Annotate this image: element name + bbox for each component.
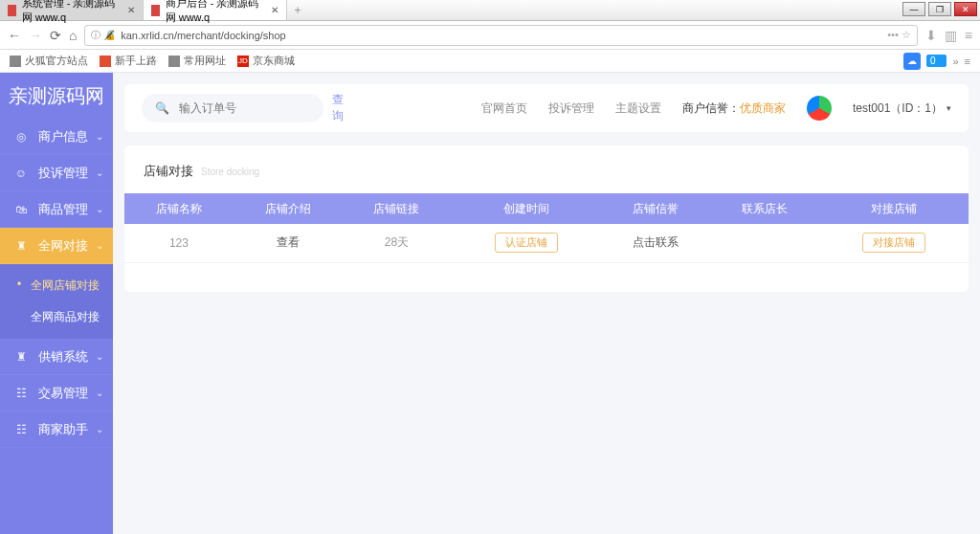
cell-cert-badge[interactable]: 认证店铺 [495, 233, 558, 253]
reload-button[interactable]: ⟳ [50, 28, 61, 43]
main-content: 🔍 查询 官网首页 投诉管理 主题设置 商户信誉：优质商家 test001（ID… [113, 73, 980, 534]
sidebar-sub-product[interactable]: 全网商品对接 [0, 301, 113, 333]
baidu-icon[interactable]: ☁ [903, 53, 921, 70]
close-icon[interactable]: ✕ [127, 5, 135, 15]
sidebar-submenu: 全网店铺对接 全网商品对接 [0, 264, 113, 339]
table-row: 123 查看 28天 认证店铺 点击联系 对接店铺 [124, 224, 969, 262]
cell-intro-link[interactable]: 查看 [277, 235, 300, 249]
user-menu[interactable]: test001（ID：1）▾ [853, 100, 951, 117]
bookmarks-bar: 火狐官方站点 新手上路 常用网址 JD京东商城 ☁ 0 » ≡ [0, 50, 980, 73]
extension-badge[interactable]: 0 [926, 55, 947, 67]
cell-name: 123 [124, 224, 234, 262]
overflow-icon[interactable]: » [952, 56, 958, 67]
forward-button[interactable]: → [29, 28, 42, 43]
new-tab-button[interactable]: ＋ [287, 0, 308, 20]
close-icon[interactable]: ✕ [271, 5, 278, 15]
search-input[interactable] [179, 101, 323, 115]
browser-tab[interactable]: 商户后台 - 亲测源码网 www.q ✕ [144, 0, 287, 20]
url-text: kan.xrlid.cn/merchant/docking/shop [121, 30, 285, 41]
sidebar-sub-shop[interactable]: 全网店铺对接 [0, 270, 113, 301]
back-button[interactable]: ← [8, 28, 21, 43]
col-link: 店铺链接 [343, 193, 452, 224]
topbar-links: 官网首页 投诉管理 主题设置 商户信誉：优质商家 test001（ID：1）▾ [481, 96, 951, 121]
close-window-button[interactable]: ✕ [954, 2, 977, 16]
link-theme[interactable]: 主题设置 [615, 100, 661, 117]
maximize-button[interactable]: ❐ [928, 2, 951, 16]
col-intro: 店铺介绍 [234, 193, 343, 224]
window-controls: — ❐ ✕ [902, 0, 980, 20]
menu-icon[interactable]: ≡ [965, 28, 972, 43]
bookmark-item[interactable]: JD京东商城 [237, 54, 295, 68]
favicon [151, 5, 160, 16]
sidebar-item-product[interactable]: 🛍商品管理⌄ [0, 191, 113, 228]
sidebar: 亲测源码网 ◎商户信息⌄ ☺投诉管理⌄ 🛍商品管理⌄ ♜全网对接⌄ 全网店铺对接… [0, 73, 113, 534]
bookmark-item[interactable]: 新手上路 [100, 54, 157, 68]
home-button[interactable]: ⌂ [69, 28, 77, 43]
address-bar[interactable]: ⓘ 🔏 kan.xrlid.cn/merchant/docking/shop •… [84, 25, 917, 46]
cell-contact-link[interactable]: 点击联系 [633, 235, 679, 249]
card-title: 店铺对接Store docking [124, 163, 969, 193]
docking-card: 店铺对接Store docking 店铺名称 店铺介绍 店铺链接 创建时间 店铺… [124, 145, 969, 292]
bookmark-item[interactable]: 火狐官方站点 [10, 54, 88, 68]
col-dock: 对接店铺 [818, 193, 969, 224]
tab-title: 系统管理 - 亲测源码网 www.q [22, 0, 122, 25]
app-root: 亲测源码网 ◎商户信息⌄ ☺投诉管理⌄ 🛍商品管理⌄ ♜全网对接⌄ 全网店铺对接… [0, 73, 980, 534]
browser-navbar: ← → ⟳ ⌂ ⓘ 🔏 kan.xrlid.cn/merchant/dockin… [0, 21, 980, 50]
minimize-button[interactable]: — [902, 2, 925, 16]
topbar: 🔍 查询 官网首页 投诉管理 主题设置 商户信誉：优质商家 test001（ID… [124, 84, 969, 132]
cell-dock-button[interactable]: 对接店铺 [862, 233, 925, 253]
link-home[interactable]: 官网首页 [481, 100, 527, 117]
credit-label: 商户信誉：优质商家 [682, 100, 786, 117]
search-box: 🔍 查询 [142, 94, 323, 122]
menu-icon[interactable]: ≡ [965, 56, 970, 67]
search-icon: 🔍 [155, 101, 169, 115]
cell-empty [710, 224, 819, 262]
sidebar-item-docking[interactable]: ♜全网对接⌄ [0, 228, 113, 264]
bookmark-item[interactable]: 常用网址 [168, 54, 226, 68]
col-contact: 联系店长 [710, 193, 819, 224]
link-complaint[interactable]: 投诉管理 [548, 100, 594, 117]
sidebar-item-helper[interactable]: ☷商家助手⌄ [0, 412, 113, 448]
lock-icon: ⓘ 🔏 [91, 29, 115, 42]
favicon [8, 5, 16, 16]
col-time: 创建时间 [451, 193, 600, 224]
col-credit: 店铺信誉 [601, 193, 710, 224]
avatar[interactable] [807, 96, 832, 121]
sidebar-item-complaint[interactable]: ☺投诉管理⌄ [0, 155, 113, 191]
sidebar-item-merchant[interactable]: ◎商户信息⌄ [0, 119, 113, 155]
logo: 亲测源码网 [0, 73, 113, 119]
library-icon[interactable]: ▥ [945, 28, 957, 43]
shop-table: 店铺名称 店铺介绍 店铺链接 创建时间 店铺信誉 联系店长 对接店铺 123 查… [124, 193, 969, 263]
cell-link: 28天 [343, 224, 452, 262]
browser-tab[interactable]: 系统管理 - 亲测源码网 www.q ✕ [0, 0, 144, 20]
sidebar-item-trade[interactable]: ☷交易管理⌄ [0, 375, 113, 412]
browser-titlebar: 系统管理 - 亲测源码网 www.q ✕ 商户后台 - 亲测源码网 www.q … [0, 0, 980, 21]
col-name: 店铺名称 [124, 193, 234, 224]
search-button[interactable]: 查询 [332, 92, 344, 124]
sidebar-item-supply[interactable]: ♜供销系统⌄ [0, 339, 113, 375]
tab-title: 商户后台 - 亲测源码网 www.q [166, 0, 265, 25]
downloads-icon[interactable]: ⬇ [925, 28, 937, 43]
